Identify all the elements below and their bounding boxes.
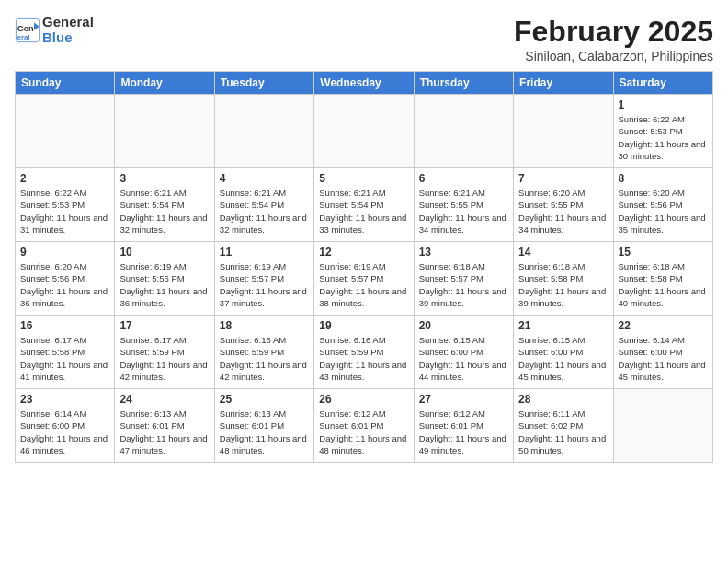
day-info: Sunrise: 6:19 AM Sunset: 5:57 PM Dayligh… (319, 260, 408, 309)
day-info: Sunrise: 6:18 AM Sunset: 5:58 PM Dayligh… (619, 260, 708, 309)
day-number: 18 (220, 319, 309, 332)
day-info: Sunrise: 6:21 AM Sunset: 5:55 PM Dayligh… (419, 187, 508, 236)
calendar-cell: 10Sunrise: 6:19 AM Sunset: 5:56 PM Dayli… (115, 242, 214, 316)
day-number: 27 (419, 393, 508, 406)
day-number: 13 (419, 246, 508, 259)
calendar-header: SundayMondayTuesdayWednesdayThursdayFrid… (16, 72, 713, 95)
calendar-cell (115, 95, 214, 168)
calendar-cell (214, 95, 313, 168)
calendar-cell: 14Sunrise: 6:18 AM Sunset: 5:58 PM Dayli… (514, 242, 613, 316)
day-number: 10 (119, 246, 209, 259)
day-number: 24 (119, 393, 209, 406)
day-number: 19 (319, 319, 408, 332)
calendar-cell: 22Sunrise: 6:14 AM Sunset: 6:00 PM Dayli… (613, 316, 712, 389)
svg-text:eral: eral (17, 32, 30, 40)
day-number: 16 (20, 319, 109, 332)
day-info: Sunrise: 6:13 AM Sunset: 6:01 PM Dayligh… (119, 408, 209, 456)
day-number: 3 (119, 172, 209, 185)
day-info: Sunrise: 6:15 AM Sunset: 6:00 PM Dayligh… (419, 334, 508, 383)
calendar-cell: 23Sunrise: 6:14 AM Sunset: 6:00 PM Dayli… (16, 389, 115, 463)
day-number: 2 (20, 172, 109, 185)
day-info: Sunrise: 6:21 AM Sunset: 5:54 PM Dayligh… (220, 187, 309, 236)
calendar-cell: 27Sunrise: 6:12 AM Sunset: 6:01 PM Dayli… (414, 389, 513, 463)
calendar-cell: 12Sunrise: 6:19 AM Sunset: 5:57 PM Dayli… (314, 242, 414, 316)
calendar-cell (16, 95, 115, 168)
weekday-header-sunday: Sunday (16, 72, 115, 95)
day-info: Sunrise: 6:19 AM Sunset: 5:57 PM Dayligh… (220, 260, 309, 309)
day-info: Sunrise: 6:22 AM Sunset: 5:53 PM Dayligh… (619, 113, 708, 162)
calendar-cell: 19Sunrise: 6:16 AM Sunset: 5:59 PM Dayli… (314, 316, 414, 389)
day-info: Sunrise: 6:16 AM Sunset: 5:59 PM Dayligh… (319, 334, 408, 383)
day-info: Sunrise: 6:20 AM Sunset: 5:55 PM Dayligh… (518, 187, 608, 236)
day-info: Sunrise: 6:17 AM Sunset: 5:58 PM Dayligh… (20, 334, 109, 383)
calendar-cell: 21Sunrise: 6:15 AM Sunset: 6:00 PM Dayli… (514, 316, 613, 389)
weekday-header-monday: Monday (115, 72, 214, 95)
calendar-cell: 18Sunrise: 6:16 AM Sunset: 5:59 PM Dayli… (214, 316, 313, 389)
day-number: 6 (419, 172, 508, 185)
calendar-cell: 15Sunrise: 6:18 AM Sunset: 5:58 PM Dayli… (613, 242, 712, 316)
day-number: 11 (220, 246, 309, 259)
calendar-cell: 4Sunrise: 6:21 AM Sunset: 5:54 PM Daylig… (214, 168, 313, 242)
calendar-cell: 11Sunrise: 6:19 AM Sunset: 5:57 PM Dayli… (214, 242, 313, 316)
day-info: Sunrise: 6:11 AM Sunset: 6:02 PM Dayligh… (518, 408, 608, 456)
calendar: SundayMondayTuesdayWednesdayThursdayFrid… (15, 71, 713, 463)
day-number: 8 (619, 172, 708, 185)
day-info: Sunrise: 6:20 AM Sunset: 5:56 PM Dayligh… (619, 187, 708, 236)
day-number: 17 (119, 319, 209, 332)
weekday-header-saturday: Saturday (613, 72, 712, 95)
day-number: 7 (518, 172, 608, 185)
calendar-week-2: 2Sunrise: 6:22 AM Sunset: 5:53 PM Daylig… (16, 168, 713, 242)
svg-text:Gen: Gen (17, 24, 34, 33)
calendar-cell: 16Sunrise: 6:17 AM Sunset: 5:58 PM Dayli… (16, 316, 115, 389)
calendar-cell (613, 389, 712, 463)
day-number: 22 (619, 319, 708, 332)
day-number: 21 (518, 319, 608, 332)
weekday-row: SundayMondayTuesdayWednesdayThursdayFrid… (16, 72, 713, 95)
calendar-cell: 26Sunrise: 6:12 AM Sunset: 6:01 PM Dayli… (314, 389, 414, 463)
header: Gen eral General Blue February 2025 Sini… (15, 15, 713, 63)
day-number: 26 (319, 393, 408, 406)
calendar-week-1: 1Sunrise: 6:22 AM Sunset: 5:53 PM Daylig… (16, 95, 713, 168)
location: Siniloan, Calabarzon, Philippines (514, 49, 713, 63)
title-area: February 2025 Siniloan, Calabarzon, Phil… (514, 15, 713, 63)
month-title: February 2025 (514, 15, 713, 49)
day-info: Sunrise: 6:21 AM Sunset: 5:54 PM Dayligh… (119, 187, 209, 236)
day-info: Sunrise: 6:21 AM Sunset: 5:54 PM Dayligh… (319, 187, 408, 236)
weekday-header-wednesday: Wednesday (314, 72, 414, 95)
day-number: 15 (619, 246, 708, 259)
logo-blue: Blue (42, 30, 94, 46)
day-info: Sunrise: 6:16 AM Sunset: 5:59 PM Dayligh… (220, 334, 309, 383)
calendar-cell: 9Sunrise: 6:20 AM Sunset: 5:56 PM Daylig… (16, 242, 115, 316)
day-number: 20 (419, 319, 508, 332)
day-info: Sunrise: 6:12 AM Sunset: 6:01 PM Dayligh… (419, 408, 508, 456)
day-number: 28 (518, 393, 608, 406)
day-info: Sunrise: 6:19 AM Sunset: 5:56 PM Dayligh… (119, 260, 209, 309)
day-info: Sunrise: 6:14 AM Sunset: 6:00 PM Dayligh… (20, 408, 109, 456)
day-info: Sunrise: 6:14 AM Sunset: 6:00 PM Dayligh… (619, 334, 708, 383)
day-info: Sunrise: 6:18 AM Sunset: 5:58 PM Dayligh… (518, 260, 608, 309)
day-info: Sunrise: 6:15 AM Sunset: 6:00 PM Dayligh… (518, 334, 608, 383)
calendar-week-4: 16Sunrise: 6:17 AM Sunset: 5:58 PM Dayli… (16, 316, 713, 389)
logo-general: General (42, 15, 94, 30)
weekday-header-friday: Friday (514, 72, 613, 95)
weekday-header-tuesday: Tuesday (214, 72, 313, 95)
day-number: 9 (20, 246, 109, 259)
weekday-header-thursday: Thursday (414, 72, 513, 95)
day-number: 14 (518, 246, 608, 259)
calendar-cell: 25Sunrise: 6:13 AM Sunset: 6:01 PM Dayli… (214, 389, 313, 463)
day-info: Sunrise: 6:13 AM Sunset: 6:01 PM Dayligh… (220, 408, 309, 456)
day-number: 5 (319, 172, 408, 185)
day-info: Sunrise: 6:12 AM Sunset: 6:01 PM Dayligh… (319, 408, 408, 456)
calendar-cell: 28Sunrise: 6:11 AM Sunset: 6:02 PM Dayli… (514, 389, 613, 463)
calendar-cell: 13Sunrise: 6:18 AM Sunset: 5:57 PM Dayli… (414, 242, 513, 316)
day-number: 12 (319, 246, 408, 259)
day-number: 23 (20, 393, 109, 406)
calendar-cell: 3Sunrise: 6:21 AM Sunset: 5:54 PM Daylig… (115, 168, 214, 242)
day-number: 1 (619, 98, 708, 111)
day-info: Sunrise: 6:22 AM Sunset: 5:53 PM Dayligh… (20, 187, 109, 236)
calendar-cell: 6Sunrise: 6:21 AM Sunset: 5:55 PM Daylig… (414, 168, 513, 242)
calendar-cell: 24Sunrise: 6:13 AM Sunset: 6:01 PM Dayli… (115, 389, 214, 463)
day-info: Sunrise: 6:20 AM Sunset: 5:56 PM Dayligh… (20, 260, 109, 309)
day-info: Sunrise: 6:18 AM Sunset: 5:57 PM Dayligh… (419, 260, 508, 309)
day-number: 4 (220, 172, 309, 185)
